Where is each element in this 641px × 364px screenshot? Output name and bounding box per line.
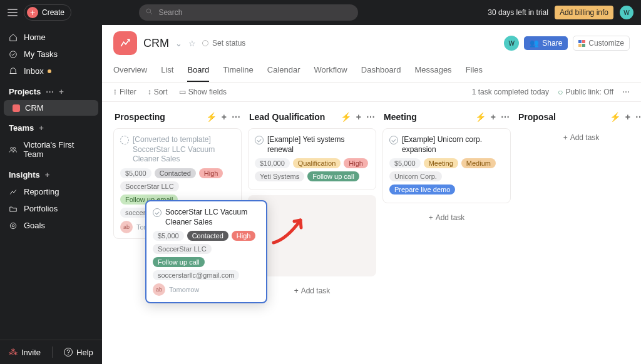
section-label: Insights bbox=[9, 170, 40, 179]
section-label: Teams bbox=[9, 123, 34, 133]
tab-calendar[interactable]: Calendar bbox=[267, 65, 300, 82]
tab-list[interactable]: List bbox=[161, 65, 173, 82]
add-billing-button[interactable]: Add billing info bbox=[555, 6, 613, 19]
nav-label: Reporting bbox=[24, 187, 59, 196]
tab-board[interactable]: Board bbox=[187, 65, 209, 82]
tag: High bbox=[232, 231, 256, 241]
complete-toggle-icon[interactable] bbox=[120, 136, 129, 144]
invite-button[interactable]: ⁂ Invite bbox=[9, 347, 41, 357]
share-button[interactable]: 👥 Share bbox=[524, 36, 568, 50]
tag: Contacted bbox=[155, 168, 196, 178]
add-task-label: Add task bbox=[436, 213, 465, 222]
task-card[interactable]: [Example] Yeti systems renewal$10,000Qua… bbox=[248, 128, 376, 190]
card-title: [Converted to template] SoccerStar LLC V… bbox=[133, 135, 235, 164]
status-dot-icon: ○ bbox=[558, 88, 563, 96]
plus-icon[interactable]: + bbox=[45, 170, 50, 179]
sidebar-team-item[interactable]: Victoria's First Team bbox=[0, 136, 102, 163]
column-title[interactable]: Prospecting bbox=[115, 112, 165, 122]
assignee-avatar[interactable]: ab bbox=[153, 283, 165, 296]
search-icon bbox=[145, 8, 153, 18]
assignee-avatar[interactable]: ab bbox=[120, 221, 133, 233]
column-title[interactable]: Meeting bbox=[384, 112, 417, 122]
show-fields-button[interactable]: ▭Show fields bbox=[179, 88, 227, 96]
set-status-button[interactable]: Set status bbox=[202, 39, 245, 48]
column-more-icon[interactable]: ⋯ bbox=[232, 112, 240, 122]
automation-icon[interactable]: ⚡ bbox=[341, 112, 351, 122]
tab-overview[interactable]: Overview bbox=[113, 65, 147, 82]
customize-button[interactable]: Customize bbox=[573, 36, 630, 51]
main: CRM ⌄ ☆ Set status W 👥 Share Customize bbox=[102, 25, 641, 364]
add-card-icon[interactable]: + bbox=[356, 112, 361, 122]
tab-files[interactable]: Files bbox=[466, 65, 483, 82]
column-more-icon[interactable]: ⋯ bbox=[501, 112, 510, 122]
customize-label: Customize bbox=[588, 39, 624, 48]
nav-reporting[interactable]: Reporting bbox=[0, 183, 102, 200]
nav-my-tasks[interactable]: My Tasks bbox=[0, 46, 102, 63]
svg-line-1 bbox=[151, 13, 153, 14]
task-card[interactable]: [Example] Unicorn corp. expansion$5,000M… bbox=[382, 128, 511, 203]
column-title[interactable]: Lead Qualification bbox=[249, 112, 325, 122]
search-input[interactable]: Search bbox=[139, 4, 358, 21]
menu-icon[interactable] bbox=[8, 9, 18, 16]
automation-icon[interactable]: ⚡ bbox=[610, 112, 620, 122]
star-icon[interactable]: ☆ bbox=[188, 39, 196, 48]
tab-dashboard[interactable]: Dashboard bbox=[361, 65, 401, 82]
people-icon: 👥 bbox=[530, 39, 539, 48]
column: Meeting⚡+⋯[Example] Unicorn corp. expans… bbox=[382, 111, 511, 355]
trial-text: 30 days left in trial bbox=[488, 8, 548, 17]
svg-point-6 bbox=[12, 225, 14, 227]
user-avatar[interactable]: W bbox=[620, 6, 633, 19]
create-label: Create bbox=[42, 8, 64, 17]
automation-icon[interactable]: ⚡ bbox=[475, 112, 486, 122]
complete-toggle-icon[interactable] bbox=[255, 136, 264, 144]
automation-icon[interactable]: ⚡ bbox=[206, 112, 217, 122]
completion-status: 1 task completed today bbox=[472, 88, 549, 96]
add-task-label: Add task bbox=[301, 286, 331, 295]
tag: $5,000 bbox=[153, 231, 184, 241]
board-toolbar: ⫶Filter ↕Sort ▭Show fields 1 task comple… bbox=[102, 83, 641, 102]
dragging-card[interactable]: SoccerStar LLC Vacuum Cleaner Sales $5,0… bbox=[145, 200, 267, 303]
tag: Yeti Systems bbox=[255, 171, 304, 181]
add-card-icon[interactable]: + bbox=[222, 112, 227, 122]
sidebar: Home My Tasks Inbox Projects ⋯ + CRM bbox=[0, 25, 102, 364]
section-projects[interactable]: Projects ⋯ + bbox=[0, 79, 102, 100]
nav-goals[interactable]: Goals bbox=[0, 217, 102, 234]
fields-icon: ▭ bbox=[179, 88, 186, 96]
tab-workflow[interactable]: Workflow bbox=[314, 65, 347, 82]
add-task-button[interactable]: +Add task bbox=[382, 208, 511, 227]
column-more-icon[interactable]: ⋯ bbox=[635, 112, 641, 122]
column-more-icon[interactable]: ⋯ bbox=[366, 112, 375, 122]
add-card-icon[interactable]: + bbox=[491, 112, 496, 122]
plus-icon[interactable]: + bbox=[59, 87, 64, 96]
section-insights[interactable]: Insights + bbox=[0, 163, 102, 183]
nav-inbox[interactable]: Inbox bbox=[0, 63, 102, 79]
chevron-down-icon[interactable]: ⌄ bbox=[175, 39, 182, 48]
more-icon[interactable]: ⋯ bbox=[622, 88, 630, 96]
tag: $10,000 bbox=[255, 158, 290, 168]
more-icon[interactable]: ⋯ bbox=[46, 87, 54, 96]
filter-button[interactable]: ⫶Filter bbox=[113, 88, 136, 96]
member-avatar[interactable]: W bbox=[504, 36, 519, 51]
add-card-icon[interactable]: + bbox=[625, 112, 630, 122]
tab-timeline[interactable]: Timeline bbox=[223, 65, 254, 82]
project-title: CRM bbox=[143, 37, 169, 50]
plus-icon[interactable]: + bbox=[39, 123, 44, 133]
complete-toggle-icon[interactable] bbox=[389, 136, 398, 144]
section-teams[interactable]: Teams + bbox=[0, 116, 102, 136]
tag: soccerstarllc@gmail.com bbox=[153, 270, 239, 280]
column-title[interactable]: Proposal bbox=[518, 112, 556, 122]
filter-label: Filter bbox=[120, 88, 136, 96]
help-button[interactable]: ? Help bbox=[64, 348, 93, 357]
nav-home[interactable]: Home bbox=[0, 29, 102, 46]
complete-toggle-icon[interactable] bbox=[153, 208, 162, 217]
tag: Follow up call bbox=[153, 257, 205, 267]
public-link-toggle[interactable]: ○ Public link: Off bbox=[558, 88, 613, 96]
tab-messages[interactable]: Messages bbox=[414, 65, 451, 82]
sidebar-project-crm[interactable]: CRM bbox=[4, 100, 98, 116]
add-task-button[interactable]: +Add task bbox=[517, 128, 641, 147]
create-button[interactable]: + Create bbox=[24, 4, 71, 21]
nav-portfolios[interactable]: Portfolios bbox=[0, 200, 102, 217]
tag: $5,000 bbox=[389, 158, 421, 168]
public-link-label: Public link: Off bbox=[566, 88, 613, 96]
sort-button[interactable]: ↕Sort bbox=[148, 88, 168, 96]
